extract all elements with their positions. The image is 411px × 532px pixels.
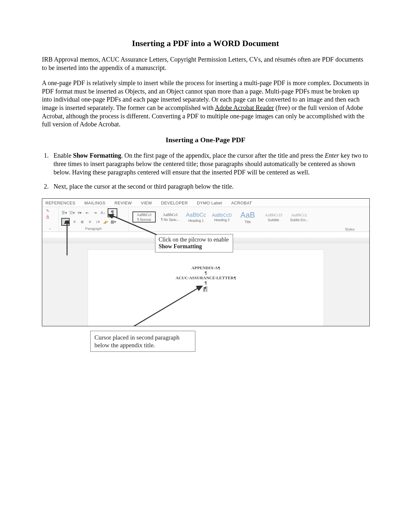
- paragraph-group-label: Paragraph: [61, 227, 126, 231]
- styles-gallery[interactable]: AaBbCcI ¶ Normal AaBbCcI ¶ No Spac... Aa…: [131, 207, 367, 227]
- step-1: Enable Show Formatting. On the first pag…: [50, 151, 369, 176]
- step1-pre: Enable: [54, 152, 73, 159]
- style-subtitle-name: Subtitle: [268, 218, 279, 222]
- intro-paragraph-2: A one-page PDF is relatively simple to i…: [42, 79, 369, 129]
- tab-view[interactable]: VIEW: [141, 201, 152, 205]
- align-right-icon[interactable]: ≡: [87, 219, 93, 224]
- style-nospacing-name: ¶ No Spac...: [161, 218, 180, 222]
- style-title[interactable]: AaB Title: [236, 210, 259, 224]
- document-page[interactable]: APPENDIX·A¶ ¶ ACUC·ASSURANCE·LETTER¶ ¶ ¶: [88, 250, 324, 326]
- font-color-icon[interactable]: A: [45, 214, 51, 219]
- borders-dropdown-icon[interactable]: ▦▾: [110, 219, 116, 224]
- format-painter-icon[interactable]: ✎: [45, 208, 51, 213]
- tab-mailings[interactable]: MAILINGS: [84, 201, 105, 205]
- pilcrow-3: ¶: [204, 285, 208, 292]
- style-h1-sample: AaBbCc: [186, 212, 206, 218]
- adobe-reader-link[interactable]: Adobe Acrobat Reader: [215, 104, 274, 111]
- align-center-icon[interactable]: ≣: [79, 219, 85, 224]
- align-left-icon[interactable]: ≡: [72, 219, 77, 224]
- bullets-icon[interactable]: ☰▾: [61, 210, 67, 215]
- increase-indent-icon[interactable]: ⇥: [92, 210, 98, 215]
- page-title: Inserting a PDF into a WORD Document: [42, 39, 369, 48]
- multilevel-icon[interactable]: ≡▾: [77, 210, 83, 215]
- styles-group: AaBbCcI ¶ Normal AaBbCcI ¶ No Spac... Aa…: [129, 207, 369, 232]
- callout-cursor: Cursor placed in second paragraph below …: [90, 331, 195, 352]
- pilcrow-line-1: ¶: [88, 271, 324, 275]
- ribbon-body: ✎ A ⌐ ☰▾ ☷▾ ≡▾ ⇤ ⇥ A↓ ¶: [42, 207, 369, 232]
- pilcrow-line-2: ¶: [88, 281, 324, 285]
- style-normal-sample: AaBbCcI: [137, 212, 151, 217]
- tab-references[interactable]: REFERENCES: [45, 201, 75, 205]
- callout1-bold: Show Formatting: [159, 243, 202, 250]
- step-2: Next, place the cursor at the second or …: [50, 182, 369, 191]
- tab-acrobat[interactable]: ACROBAT: [231, 201, 252, 205]
- style-subtitle-sample: AaBbCcD: [265, 212, 282, 218]
- font-group-footer: ⌐: [45, 227, 56, 231]
- style-subtle-emph[interactable]: AaBbCcL Subtle Em...: [288, 212, 310, 222]
- appendix-subtitle: ACUC·ASSURANCE·LETTER¶: [88, 275, 324, 281]
- style-normal[interactable]: AaBbCcI ¶ Normal: [132, 212, 156, 222]
- style-subtle-sample: AaBbCcL: [291, 212, 308, 218]
- intro-paragraph-1: IRB Approval memos, ACUC Assurance Lette…: [42, 55, 369, 72]
- sort-icon[interactable]: A↓: [100, 210, 106, 215]
- borders-button[interactable]: [61, 218, 70, 226]
- decrease-indent-icon[interactable]: ⇤: [84, 210, 90, 215]
- styles-group-label: Styles: [131, 227, 367, 232]
- style-subtle-name: Subtle Em...: [290, 218, 308, 222]
- style-nospacing-sample: AaBbCcI: [163, 212, 177, 217]
- tab-developer[interactable]: DEVELOPER: [161, 201, 188, 205]
- ribbon-tabs: REFERENCES MAILINGS REVIEW VIEW DEVELOPE…: [42, 199, 369, 207]
- step1-mid: . On the first page of the appendix, pla…: [121, 152, 325, 159]
- numbering-icon[interactable]: ☷▾: [69, 210, 75, 215]
- shading-icon[interactable]: ◢▾: [103, 219, 108, 224]
- style-nospacing[interactable]: AaBbCcI ¶ No Spac...: [159, 212, 181, 222]
- document-area[interactable]: APPENDIX·A¶ ¶ ACUC·ASSURANCE·LETTER¶ ¶ ¶: [42, 243, 369, 326]
- appendix-title: APPENDIX·A¶: [88, 265, 324, 271]
- paragraph-group: ☰▾ ☷▾ ≡▾ ⇤ ⇥ A↓ ¶ ≡ ≣ ≡ ↕≡ ◢▾: [59, 207, 129, 232]
- callout1-text: Click on the pilcrow to enable: [159, 236, 229, 243]
- style-normal-name: ¶ Normal: [137, 218, 151, 222]
- word-screenshot: REFERENCES MAILINGS REVIEW VIEW DEVELOPE…: [42, 198, 370, 326]
- style-heading1[interactable]: AaBbCc Heading 1: [185, 211, 207, 223]
- style-subtitle[interactable]: AaBbCcD Subtitle: [262, 212, 285, 222]
- section-heading: Inserting a One-Page PDF: [42, 136, 369, 144]
- callout-pilcrow: Click on the pilcrow to enable Show Form…: [155, 234, 233, 252]
- style-title-sample: AaB: [240, 211, 255, 220]
- steps-list: Enable Show Formatting. On the first pag…: [42, 151, 369, 191]
- pilcrow-button[interactable]: ¶: [108, 208, 117, 217]
- pilcrow-2-text: ¶: [205, 281, 207, 285]
- tab-dymo[interactable]: DYMO Label: [197, 201, 222, 205]
- style-heading2[interactable]: AaBbCcD Heading 2: [210, 212, 233, 222]
- tab-review[interactable]: REVIEW: [114, 201, 132, 205]
- style-h2-name: Heading 2: [214, 218, 230, 222]
- style-h2-sample: AaBbCcD: [212, 212, 232, 218]
- cursor-line: ¶: [88, 285, 324, 293]
- style-h1-name: Heading 1: [188, 219, 204, 222]
- line-spacing-icon[interactable]: ↕≡: [95, 219, 101, 224]
- step1-bold: Show Formatting: [73, 152, 121, 159]
- step1-enter: Enter: [325, 152, 339, 159]
- style-title-name: Title: [245, 220, 251, 224]
- font-group-cut: ✎ A ⌐: [42, 207, 59, 232]
